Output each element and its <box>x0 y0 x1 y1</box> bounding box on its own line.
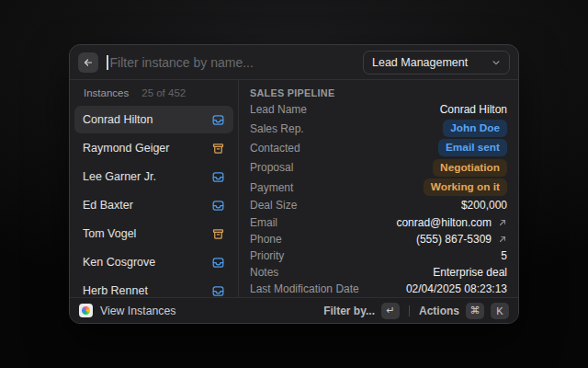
inbox-icon <box>211 284 225 298</box>
list-item-label: Ed Baxter <box>83 199 133 212</box>
list-item-raymond-geiger[interactable]: Raymond Geiger <box>74 134 233 162</box>
list-item-label: Conrad Hilton <box>83 113 153 126</box>
list-item-label: Raymond Geiger <box>83 142 170 155</box>
detail-row-proposal: Proposal Negotiation <box>250 158 507 178</box>
external-link-icon <box>498 218 507 227</box>
footer-actions: Filter by... ↵ Actions ⌘ K <box>323 303 509 319</box>
actions-button[interactable]: Actions ⌘ K <box>419 303 509 319</box>
inbox-icon <box>211 170 225 184</box>
text-caret <box>107 55 108 70</box>
detail-row-email: Email conrad@hilton.com <box>250 213 507 230</box>
detail-row-deal-size: Deal Size $200,000 <box>250 197 507 213</box>
cmd-key-icon: ⌘ <box>466 303 484 319</box>
list-item-label: Ken Cosgrove <box>83 256 155 269</box>
inbox-icon <box>211 256 225 270</box>
detail-row-payment: Payment Working on it <box>250 178 507 197</box>
section-title: SALES PIPELINE <box>250 86 507 101</box>
archive-box-icon <box>211 142 225 155</box>
footer-bar: View Instances Filter by... ↵ Actions ⌘ … <box>70 297 518 323</box>
list-item-ken-cosgrove[interactable]: Ken Cosgrove <box>74 248 233 276</box>
inbox-icon <box>211 199 225 213</box>
command-title: View Instances <box>100 305 175 317</box>
search-field-wrap <box>107 55 355 70</box>
phone-link[interactable]: (555) 867-5309 <box>416 233 507 246</box>
list-item-label: Tom Vogel <box>83 227 136 240</box>
instances-list-panel: Instances 25 of 452 Conrad Hilton Raymon… <box>70 80 239 297</box>
detail-panel: SALES PIPELINE Lead Name Conrad Hilton S… <box>239 80 518 297</box>
status-badge: Negotiation <box>433 159 507 177</box>
status-badge: John Doe <box>443 120 507 137</box>
detail-row-priority: Priority 5 <box>250 247 507 264</box>
footer-separator <box>409 305 410 316</box>
monday-app-icon <box>79 304 93 317</box>
list-item-label: Herb Rennet <box>83 284 148 297</box>
detail-row-lead-name: Lead Name Conrad Hilton <box>250 101 507 119</box>
top-bar: Lead Management <box>70 45 518 80</box>
back-arrow-icon <box>83 57 94 68</box>
board-dropdown[interactable]: Lead Management <box>363 51 510 75</box>
detail-row-last-modification-date: Last Modification Date 02/04/2025 08:23:… <box>250 281 507 297</box>
search-input[interactable] <box>110 55 356 70</box>
enter-key-icon: ↵ <box>381 303 400 319</box>
back-button[interactable] <box>78 52 98 73</box>
list-item-ed-baxter[interactable]: Ed Baxter <box>74 191 233 219</box>
k-key-icon: K <box>491 303 509 319</box>
list-title: Instances <box>84 87 129 98</box>
chevron-down-icon <box>492 58 501 67</box>
detail-row-notes: Notes Enterprise deal <box>250 264 507 281</box>
desktop-background: Lead Management Instances 25 of 452 Conr… <box>0 0 588 368</box>
list-header: Instances 25 of 452 <box>74 86 233 106</box>
archive-box-icon <box>211 227 225 241</box>
detail-row-contacted: Contacted Email sent <box>250 138 507 157</box>
detail-row-sales-rep: Sales Rep. John Doe <box>250 119 507 138</box>
list-count: 25 of 452 <box>141 87 186 98</box>
external-link-icon <box>498 235 507 244</box>
list-item-conrad-hilton[interactable]: Conrad Hilton <box>74 106 233 133</box>
inbox-icon <box>211 113 225 127</box>
window-body: Instances 25 of 452 Conrad Hilton Raymon… <box>70 80 518 297</box>
dropdown-value: Lead Management <box>372 56 468 69</box>
list-item-lee-garner-jr[interactable]: Lee Garner Jr. <box>74 163 233 190</box>
command-palette-window: Lead Management Instances 25 of 452 Conr… <box>69 44 519 324</box>
detail-row-phone: Phone (555) 867-5309 <box>250 231 507 247</box>
status-badge: Working on it <box>424 178 507 196</box>
list-item-label: Lee Garner Jr. <box>83 170 156 183</box>
status-badge: Email sent <box>438 139 507 156</box>
filter-by-button[interactable]: Filter by... ↵ <box>323 303 400 319</box>
list-item-tom-vogel[interactable]: Tom Vogel <box>74 220 233 247</box>
email-link[interactable]: conrad@hilton.com <box>396 216 507 229</box>
